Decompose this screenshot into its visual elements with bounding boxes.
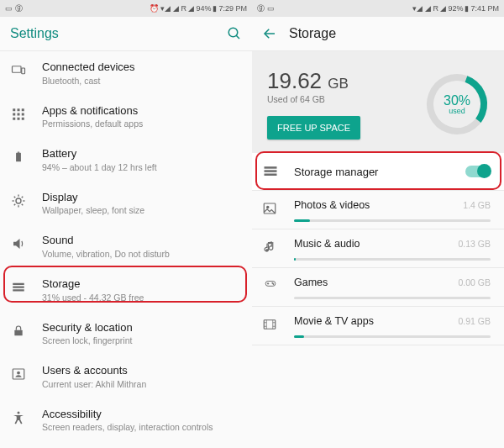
settings-item-users[interactable]: Users & accountsCurrent user: Akhil Mith… — [0, 355, 252, 398]
settings-item-battery[interactable]: Battery94% – about 1 day 12 hrs left — [0, 138, 252, 182]
svg-rect-12 — [22, 117, 24, 119]
category-photos[interactable]: Photos & videos1.4 GB — [252, 191, 504, 229]
movies-icon — [262, 317, 279, 334]
sound-icon — [10, 235, 27, 252]
svg-rect-2 — [13, 66, 22, 73]
back-icon[interactable] — [262, 26, 277, 41]
svg-rect-27 — [14, 329, 22, 335]
category-name: Music & audio — [294, 238, 360, 250]
used-unit: GB — [328, 76, 349, 92]
item-title: Connected devices — [42, 61, 239, 74]
svg-line-22 — [14, 204, 16, 206]
status-icons: ⏰ ▾◢ ◢ R ◢ — [150, 4, 195, 13]
item-title: Security & location — [42, 321, 239, 335]
category-bar — [294, 219, 491, 222]
status-right: ⏰ ▾◢ ◢ R ◢ 94% ▮ 7:29 PM — [150, 4, 247, 13]
storage-manager-icon — [262, 163, 279, 180]
status-bar: ⓖ ▭ ▾◢ ◢ R ◢ 92% ▮ 7:41 PM — [252, 0, 504, 17]
category-bar — [294, 335, 491, 338]
status-icons: ▾◢ ◢ R ◢ — [412, 4, 446, 13]
page-title: Settings — [10, 26, 215, 41]
category-music[interactable]: Music & audio0.13 GB — [252, 229, 504, 267]
item-subtitle: Current user: Akhil Mithran — [42, 379, 239, 389]
item-title: Storage — [42, 277, 239, 291]
svg-rect-35 — [265, 170, 277, 172]
app-bar: Storage — [252, 17, 504, 50]
used-subtitle: Used of 64 GB — [267, 94, 425, 104]
search-icon[interactable] — [227, 26, 242, 41]
category-size: 0.91 GB — [458, 316, 491, 326]
users-icon — [10, 366, 27, 382]
settings-screen: ▭ ⓖ ⏰ ▾◢ ◢ R ◢ 94% ▮ 7:29 PM Settings Co… — [0, 0, 252, 448]
battery-icon: ▮ — [213, 4, 217, 13]
games-icon — [262, 278, 279, 295]
clock: 7:29 PM — [218, 4, 247, 13]
status-right: ▾◢ ◢ R ◢ 92% ▮ 7:41 PM — [412, 4, 499, 13]
svg-point-43 — [272, 282, 273, 283]
status-left: ▭ ⓖ — [5, 3, 23, 14]
item-subtitle: Permissions, default apps — [42, 119, 239, 129]
item-subtitle: Bluetooth, cast — [42, 76, 239, 86]
item-title: Battery — [42, 147, 239, 161]
svg-line-20 — [14, 197, 16, 198]
item-subtitle: Screen readers, display, interaction con… — [42, 422, 239, 432]
settings-item-sound[interactable]: SoundVolume, vibration, Do not disturb — [0, 224, 252, 268]
storage-screen: ⓖ ▭ ▾◢ ◢ R ◢ 92% ▮ 7:41 PM Storage 19.62… — [252, 0, 504, 448]
item-title: Users & accounts — [42, 364, 239, 377]
free-up-space-button[interactable]: FREE UP SPACE — [267, 116, 360, 140]
svg-rect-45 — [264, 320, 276, 329]
devices-icon — [10, 62, 27, 79]
item-subtitle: 94% – about 1 day 12 hrs left — [42, 162, 239, 172]
display-icon — [10, 192, 27, 209]
settings-item-apps[interactable]: Apps & notificationsPermissions, default… — [0, 95, 252, 139]
storage-summary: 19.62 GB Used of 64 GB FREE UP SPACE 30%… — [252, 51, 504, 153]
category-size: 1.4 GB — [463, 200, 491, 210]
settings-item-devices[interactable]: Connected devicesBluetooth, cast — [0, 51, 252, 95]
item-title: Apps & notifications — [42, 104, 239, 118]
category-name: Photos & videos — [294, 199, 370, 211]
music-icon — [262, 240, 279, 256]
battery-pct: 94% — [196, 4, 211, 13]
storage-manager-label: Storage manager — [294, 166, 450, 178]
storage-manager-toggle[interactable] — [465, 166, 491, 177]
svg-point-39 — [265, 249, 268, 251]
svg-rect-36 — [265, 174, 277, 177]
clock: 7:41 PM — [470, 4, 499, 13]
apps-icon — [10, 106, 27, 123]
item-subtitle: Volume, vibration, Do not disturb — [42, 249, 239, 259]
category-movies[interactable]: Movie & TV apps0.91 GB — [252, 307, 504, 345]
access-icon — [10, 409, 27, 426]
svg-rect-11 — [18, 117, 20, 119]
svg-rect-9 — [22, 113, 24, 115]
storage-manager-row[interactable]: Storage manager — [252, 153, 504, 190]
battery-pct: 92% — [448, 4, 463, 13]
item-subtitle: Wallpaper, sleep, font size — [42, 205, 239, 215]
svg-line-23 — [22, 197, 24, 198]
usage-ring-chart: 30% used — [425, 72, 489, 136]
item-title: Accessibility — [42, 408, 239, 421]
settings-item-access[interactable]: AccessibilityScreen readers, display, in… — [0, 398, 252, 442]
settings-item-lock[interactable]: Security & locationScreen lock, fingerpr… — [0, 312, 252, 356]
svg-point-38 — [267, 206, 269, 208]
svg-rect-34 — [265, 166, 277, 169]
svg-rect-8 — [18, 113, 20, 115]
settings-item-storage[interactable]: Storage31% used - 44.32 GB free — [0, 268, 252, 312]
photos-icon — [262, 201, 279, 218]
category-size: 0.00 GB — [458, 277, 491, 287]
svg-rect-10 — [13, 117, 15, 119]
page-title: Storage — [289, 26, 494, 41]
svg-rect-3 — [22, 68, 25, 74]
svg-point-44 — [273, 283, 274, 284]
item-title: Sound — [42, 234, 239, 247]
category-size: 0.13 GB — [458, 239, 491, 249]
svg-rect-5 — [18, 108, 20, 111]
category-games[interactable]: Games0.00 GB — [252, 268, 504, 306]
svg-rect-13 — [16, 153, 21, 162]
settings-list: Connected devicesBluetooth, castApps & n… — [0, 51, 252, 441]
category-name: Games — [294, 277, 328, 288]
category-list: Photos & videos1.4 GBMusic & audio0.13 G… — [252, 191, 504, 345]
settings-item-display[interactable]: DisplayWallpaper, sleep, font size — [0, 182, 252, 225]
status-left: ⓖ ▭ — [257, 3, 275, 14]
status-bar: ▭ ⓖ ⏰ ▾◢ ◢ R ◢ 94% ▮ 7:29 PM — [0, 0, 252, 17]
used-amount: 19.62 GB — [267, 68, 425, 94]
